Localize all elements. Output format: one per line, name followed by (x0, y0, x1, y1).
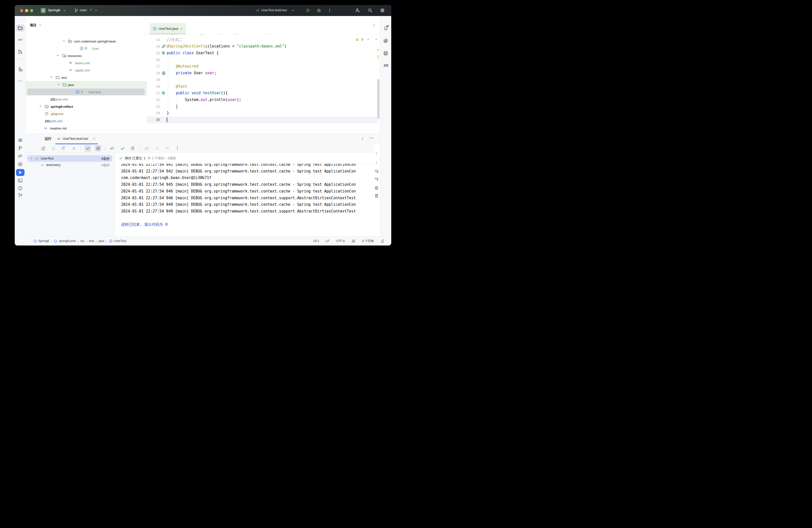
rerun-button[interactable] (40, 145, 46, 151)
breadcrumb-item-src[interactable]: src (80, 239, 85, 243)
chevron-down-icon[interactable] (57, 83, 60, 86)
tree-item-usertest[interactable]: CUserTest (26, 88, 147, 96)
breadcrumb-item-java[interactable]: java (99, 239, 104, 243)
scroll-to-end-icon[interactable] (374, 177, 379, 181)
tree-item-pom-xml[interactable]: mpom.xml (26, 117, 147, 124)
close-tab-icon[interactable] (180, 27, 183, 30)
minimize-window-button[interactable] (25, 9, 28, 12)
status-caret-position[interactable]: 25:1 (313, 239, 319, 243)
branch-widget[interactable]: main (80, 8, 87, 12)
chevron-down-icon[interactable] (30, 157, 33, 160)
show-passed-button[interactable] (85, 145, 91, 151)
tree-item-test[interactable]: test (26, 74, 147, 81)
breadcrumb-item-usertest[interactable]: CUserTest (109, 239, 126, 243)
run-tab-label[interactable]: UserTest.testUser (62, 137, 88, 141)
module-folder-icon (44, 104, 49, 108)
tree-item-spring6-reflect[interactable]: spring6-reflect (26, 103, 147, 110)
toggle-auto-test-button[interactable] (60, 145, 67, 151)
sidebar-item-version-control[interactable] (16, 192, 25, 199)
run-panel-header: 运行 UserTest.testUser — (26, 133, 380, 144)
test-label: UserTest (41, 157, 54, 160)
bug-icon (18, 137, 23, 143)
sidebar-item-pull-requests[interactable] (16, 48, 25, 55)
more-actions-button[interactable] (328, 8, 332, 13)
test-row-usertest[interactable]: UserTest8毫秒 (26, 155, 115, 162)
project-panel-header[interactable]: 项目 (26, 16, 147, 34)
tree-item-user[interactable]: CUser (26, 45, 147, 52)
project-widget[interactable]: Spring6 (48, 8, 60, 12)
status-file-encoding[interactable]: UTF-8 (336, 239, 345, 243)
debug-button[interactable] (317, 8, 321, 13)
breadcrumb-item-spring6-junit[interactable]: spring6-junit (54, 239, 75, 243)
sidebar-item-structure[interactable] (16, 66, 25, 73)
search-button[interactable] (368, 8, 373, 13)
console-log[interactable]: 2024-01-01 22:27:54 941 [main] DEBUG org… (121, 164, 373, 236)
tree-item-pom-xml[interactable]: mpom.xml (26, 96, 147, 103)
test-row-testuser-[interactable]: testUser()8毫秒 (26, 162, 115, 168)
sidebar-item-ai-assistant[interactable] (381, 37, 390, 44)
show-duration-button[interactable] (129, 145, 136, 151)
sidebar-item-terminal[interactable] (16, 177, 25, 184)
code-line: @Test (147, 83, 380, 90)
ignored-icon (44, 112, 49, 116)
more-options-button[interactable] (174, 145, 180, 151)
hammer-icon (18, 146, 23, 150)
sidebar-item-database[interactable] (381, 50, 390, 57)
tree-item-com-codermast-spring6-bean[interactable]: com.codermast.spring6.bean (26, 38, 147, 45)
run-configuration-selector[interactable]: UserTest.testUser (261, 8, 287, 12)
sidebar-item-notifications[interactable] (381, 25, 390, 31)
add-user-button[interactable] (355, 8, 360, 13)
chevron-right-icon[interactable] (39, 104, 42, 108)
chevron-down-icon[interactable] (49, 75, 53, 79)
breadcrumb-item-test[interactable]: test (89, 239, 94, 243)
tree-item-resources[interactable]: resources (26, 52, 147, 59)
tree-item-log4j2-xml[interactable]: </>log4j2.xml (26, 67, 147, 74)
show-passed-icon (86, 146, 90, 150)
chevron-down-icon (291, 9, 294, 12)
tree-item-java[interactable]: java (26, 81, 147, 88)
sidebar-item-more[interactable] (16, 77, 25, 85)
settings-button[interactable] (380, 8, 385, 13)
test-file-mini-icon (85, 47, 87, 50)
chevron-down-icon[interactable] (62, 39, 66, 43)
sidebar-item-run[interactable] (16, 169, 25, 176)
folder-icon (56, 75, 60, 79)
show-ignored-button[interactable] (95, 145, 101, 151)
title-bar: S Spring6 main ↗ UserTest.testUser (15, 5, 391, 16)
sidebar-item-problems[interactable] (16, 185, 25, 192)
class-icon: C (153, 27, 157, 31)
lock-icon[interactable] (380, 239, 385, 243)
breadcrumb-item-spring6[interactable]: Spring6 (33, 239, 49, 243)
sidebar-item-project[interactable] (16, 25, 25, 31)
clear-icon[interactable] (374, 193, 379, 198)
sidebar-item-build[interactable] (16, 145, 25, 151)
close-window-button[interactable] (20, 9, 23, 12)
sidebar-item-maven[interactable]: m (381, 62, 390, 69)
breadcrumb-separator: › (51, 239, 52, 243)
status-line-separator[interactable]: LF (326, 239, 330, 243)
chevron-down-icon[interactable] (56, 54, 60, 57)
sidebar-item-commit[interactable] (16, 36, 25, 43)
status-indent-style[interactable]: 4 个空格 (362, 239, 374, 243)
code-editor[interactable]: 3 12//@ContextConfiguration("classpath:b… (147, 34, 380, 133)
hide-panel-button[interactable]: — (369, 135, 374, 140)
sort-by-button[interactable] (109, 145, 115, 151)
sidebar-item-debug[interactable] (16, 136, 25, 144)
run-button[interactable] (306, 8, 310, 13)
print-icon[interactable] (374, 186, 379, 190)
rerun-failed-button[interactable] (50, 145, 57, 151)
close-run-tab-icon[interactable] (93, 137, 96, 140)
tab-options-icon[interactable] (372, 24, 376, 28)
maximize-window-button[interactable] (30, 9, 33, 12)
navigate-to-stacktrace-button[interactable] (119, 145, 126, 151)
sidebar-item-services[interactable] (16, 161, 25, 168)
editor-tab-usertest[interactable]: C UserTest.java (150, 23, 186, 34)
tree-item--gitignore[interactable]: .gitignore (26, 110, 147, 117)
tree-item-beans-xml[interactable]: </>beans.xml (26, 59, 147, 67)
tree-item-readme-md[interactable]: M↓readme.md (26, 124, 147, 132)
inspections-off-icon[interactable] (351, 239, 356, 243)
chevron-down-icon[interactable] (39, 24, 42, 27)
sidebar-item-todo[interactable] (16, 153, 25, 160)
run-panel-options-icon[interactable] (361, 137, 364, 141)
soft-wrap-icon[interactable] (374, 169, 379, 174)
